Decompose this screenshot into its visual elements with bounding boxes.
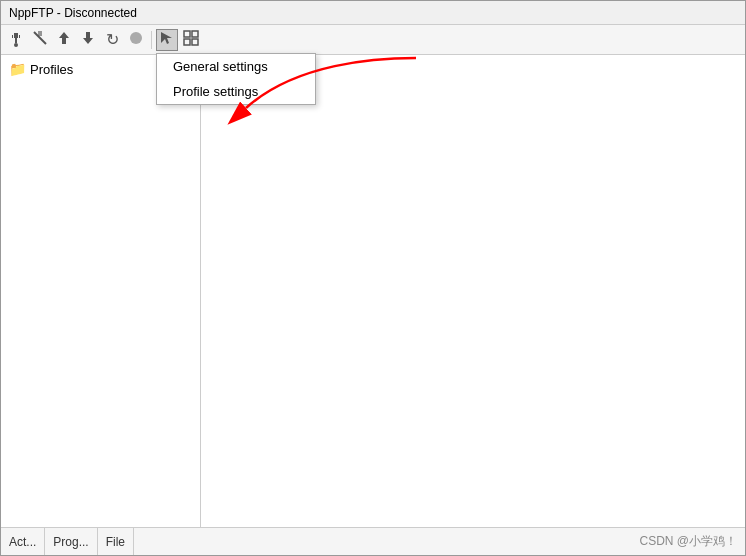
stop-icon [128,30,144,49]
right-panel [201,55,745,527]
general-settings-item[interactable]: General settings [157,54,315,79]
main-window: NppFTP - Disconnected [0,0,746,556]
settings-button[interactable] [156,29,178,51]
disconnect-button[interactable] [29,29,51,51]
connect-icon [8,32,24,48]
svg-marker-7 [59,32,69,44]
main-content: 📁 Profiles [1,55,745,527]
watermark-text: CSDN @小学鸡！ [631,533,745,550]
svg-rect-4 [19,35,20,38]
refresh-icon: ↻ [106,32,119,48]
grid-view-button[interactable] [180,29,202,51]
connect-button[interactable] [5,29,27,51]
status-bar: Act... Prog... File CSDN @小学鸡！ [1,527,745,555]
disconnect-icon [32,30,48,49]
window-title: NppFTP - Disconnected [9,6,137,20]
svg-rect-0 [14,33,18,38]
upload-button[interactable] [53,29,75,51]
refresh-button[interactable]: ↻ [101,29,123,51]
title-bar: NppFTP - Disconnected [1,1,745,25]
svg-marker-10 [161,32,172,44]
cursor-icon [159,30,175,49]
svg-rect-11 [184,31,190,37]
stop-button[interactable] [125,29,147,51]
grid-icon [183,30,199,49]
file-tree: 📁 Profiles [1,55,201,527]
download-button[interactable] [77,29,99,51]
svg-rect-13 [184,39,190,45]
profiles-label: Profiles [30,62,73,77]
toolbar: ↻ [1,25,745,55]
svg-rect-1 [15,38,17,43]
svg-point-9 [130,32,142,44]
activity-status: Act... [1,528,45,555]
svg-rect-3 [12,35,13,38]
profile-settings-item[interactable]: Profile settings [157,79,315,104]
settings-dropdown: General settings Profile settings [156,53,316,105]
svg-rect-6 [38,31,42,36]
svg-point-2 [14,43,18,47]
svg-marker-8 [83,32,93,44]
folder-icon: 📁 [9,61,26,77]
upload-icon [56,30,72,49]
download-icon [80,30,96,49]
progress-status: Prog... [45,528,97,555]
svg-rect-14 [192,39,198,45]
toolbar-separator [151,31,152,49]
file-status: File [98,528,134,555]
svg-rect-12 [192,31,198,37]
